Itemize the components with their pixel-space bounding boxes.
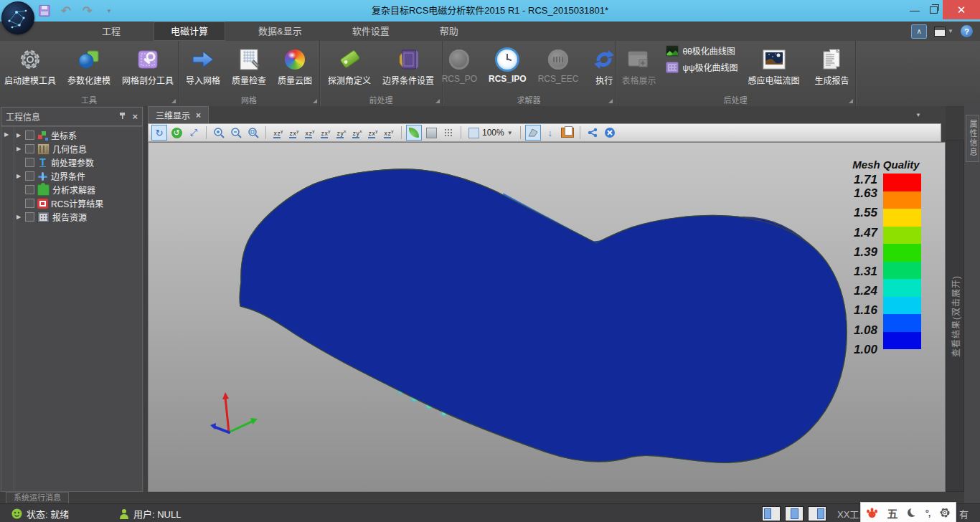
zoom-out-button[interactable] xyxy=(228,125,244,141)
points-mode-button[interactable] xyxy=(440,125,456,141)
rcs-po-button[interactable]: RCS_PO xyxy=(436,44,483,84)
rcs-eec-button[interactable]: RCS_EEC xyxy=(532,44,585,84)
layout-left-button[interactable] xyxy=(762,506,781,521)
expand-arrow-icon[interactable]: ▶ xyxy=(15,146,22,152)
save-button[interactable] xyxy=(37,4,52,18)
view-orientation-button-1[interactable]: xzy xyxy=(270,125,286,140)
ime-toolbar[interactable]: 五 °, xyxy=(860,502,956,522)
tab-project[interactable]: 工程 xyxy=(85,22,138,41)
qat-dropdown[interactable]: ▼ xyxy=(102,4,116,18)
group-launcher-icon[interactable] xyxy=(313,99,317,103)
tab-list-dropdown[interactable]: ▼ xyxy=(915,112,946,118)
checkbox[interactable] xyxy=(25,185,34,194)
quality-check-button[interactable]: 质量检查 xyxy=(226,44,272,86)
status-bar: 状态: 就绪 用户: NULL XX工业 有 五 °, xyxy=(0,503,980,522)
minimize-button[interactable]: — xyxy=(905,0,924,19)
view-orientation-button-5[interactable]: zyx xyxy=(334,125,349,140)
close-icon[interactable]: × xyxy=(196,110,201,120)
checkbox[interactable] xyxy=(25,144,34,153)
property-info-tab[interactable]: 属性信息 xyxy=(966,115,979,162)
close-button[interactable]: ✕ xyxy=(943,0,980,19)
zoom-level-select[interactable]: 100% ▼ xyxy=(466,128,516,138)
table-display-button[interactable]: 表格展示 xyxy=(616,44,661,86)
view-orientation-button-6[interactable]: zyx xyxy=(349,125,365,140)
close-icon[interactable]: × xyxy=(132,111,138,122)
results-collapsed-bar[interactable]: 查看结果(双击展开) xyxy=(946,141,964,492)
rcs-ipo-button[interactable]: RCS_IPO xyxy=(483,44,532,84)
group-label-preprocess: 前处理 xyxy=(320,94,442,106)
mesh-model xyxy=(149,143,945,491)
quality-cloud-map-button[interactable]: 质量云图 xyxy=(272,44,318,86)
group-launcher-icon[interactable] xyxy=(608,99,613,103)
collapse-ribbon-button[interactable]: ∧ xyxy=(911,24,927,39)
pan-zoom-button[interactable]: ⤢ xyxy=(186,125,202,141)
import-mesh-button[interactable]: 导入网格 xyxy=(180,44,226,86)
help-button[interactable]: ? xyxy=(961,25,973,37)
layout-center-button[interactable] xyxy=(785,506,804,521)
tree-item-analysis-solver[interactable]: 分析求解器 xyxy=(14,183,142,196)
tab-help[interactable]: 帮助 xyxy=(423,22,476,41)
share-button[interactable] xyxy=(585,125,600,141)
mesh-partition-tool-button[interactable]: 网格剖分工具 xyxy=(116,44,179,86)
down-arrow-button[interactable]: ↓ xyxy=(542,125,558,141)
tree-item-rcs-results[interactable]: RCS计算结果 xyxy=(14,196,142,210)
camera-icon xyxy=(548,46,568,73)
theta-polarization-curve-button[interactable]: θθ极化曲线图 xyxy=(666,44,738,57)
parametric-modeling-button[interactable]: 参数化建模 xyxy=(62,44,116,86)
style-button[interactable]: ▼ xyxy=(934,27,953,37)
tree-item-geometry-info[interactable]: ▶ 几何信息 xyxy=(14,142,142,156)
spin-view-button[interactable]: ↺ xyxy=(169,125,184,141)
tab-3d-display[interactable]: 三维显示 × xyxy=(148,106,209,123)
view-orientation-button-4[interactable]: zxy xyxy=(318,125,334,140)
restore-button[interactable] xyxy=(924,0,943,19)
expand-arrow-icon[interactable]: ▶ xyxy=(15,173,22,179)
close-view-button[interactable] xyxy=(602,125,618,141)
tab-em-computation[interactable]: 电磁计算 xyxy=(154,22,225,41)
launch-modeling-tool-button[interactable]: 启动建模工具 xyxy=(0,44,62,86)
layout-right-button[interactable] xyxy=(808,506,826,521)
checkbox[interactable] xyxy=(25,171,34,181)
rotate-view-button[interactable]: ↻ xyxy=(151,125,167,141)
checkbox[interactable] xyxy=(25,212,34,222)
pin-icon[interactable] xyxy=(118,112,126,121)
tree-item-preprocess-params[interactable]: T 前处理参数 xyxy=(14,156,142,169)
ime-moon-icon[interactable] xyxy=(908,508,916,517)
checkbox[interactable] xyxy=(25,130,34,140)
system-message-tab[interactable]: 系统运行消息 xyxy=(6,492,69,503)
undo-button[interactable]: ↶ xyxy=(59,4,73,18)
boundary-condition-button[interactable]: 边界条件设置 xyxy=(377,44,440,86)
view-orientation-button-2[interactable]: zxy xyxy=(286,125,302,140)
solid-mode-button[interactable] xyxy=(423,125,439,141)
tree-item-report-resources[interactable]: ▶ 报告资源 xyxy=(14,210,142,224)
zoom-in-button[interactable] xyxy=(211,125,227,141)
view-orientation-button-8[interactable]: xzy xyxy=(381,125,397,140)
group-launcher-icon[interactable] xyxy=(171,99,176,103)
view-reset-button[interactable] xyxy=(525,125,541,141)
tab-data-display[interactable]: 数据&显示 xyxy=(241,22,319,41)
checkbox[interactable] xyxy=(25,158,34,167)
zoom-fit-button[interactable] xyxy=(245,125,261,141)
view-orientation-button-3[interactable]: xzy xyxy=(302,125,318,140)
tree-item-boundary-condition[interactable]: ▶ 边界条件 xyxy=(14,169,142,183)
tree-item-coordinate-system[interactable]: ▶ 坐标系 xyxy=(14,128,142,142)
view-orientation-button-7[interactable]: zxy xyxy=(365,125,381,140)
expand-arrow-icon[interactable]: ▶ xyxy=(15,214,22,220)
shaded-mode-button[interactable] xyxy=(406,125,422,141)
generate-report-button[interactable]: 生成报告 xyxy=(809,44,855,86)
ime-mode-label[interactable]: 五 xyxy=(887,506,898,521)
checkbox[interactable] xyxy=(25,199,34,208)
expand-arrow-icon[interactable]: ▶ xyxy=(15,132,22,138)
psi-polarization-curve-button[interactable]: ψψ极化曲线图 xyxy=(666,61,738,73)
group-launcher-icon[interactable] xyxy=(435,99,440,103)
redo-button[interactable]: ↷ xyxy=(80,4,95,18)
expand-arrow-icon[interactable]: ▶ xyxy=(4,131,9,138)
induced-current-map-button[interactable]: 感应电磁流图 xyxy=(743,44,806,86)
3d-canvas[interactable]: Mesh Quality 1.711.631.551.471.391.311.2… xyxy=(148,142,946,492)
tab-software-settings[interactable]: 软件设置 xyxy=(335,22,407,41)
ime-gear-icon[interactable] xyxy=(939,507,951,518)
app-logo[interactable] xyxy=(1,1,34,34)
capture-button[interactable] xyxy=(560,125,575,141)
ime-punctuation-icon[interactable]: °, xyxy=(925,508,930,518)
probe-angle-button[interactable]: 探测角定义 xyxy=(322,44,377,86)
group-launcher-icon[interactable] xyxy=(849,99,853,103)
